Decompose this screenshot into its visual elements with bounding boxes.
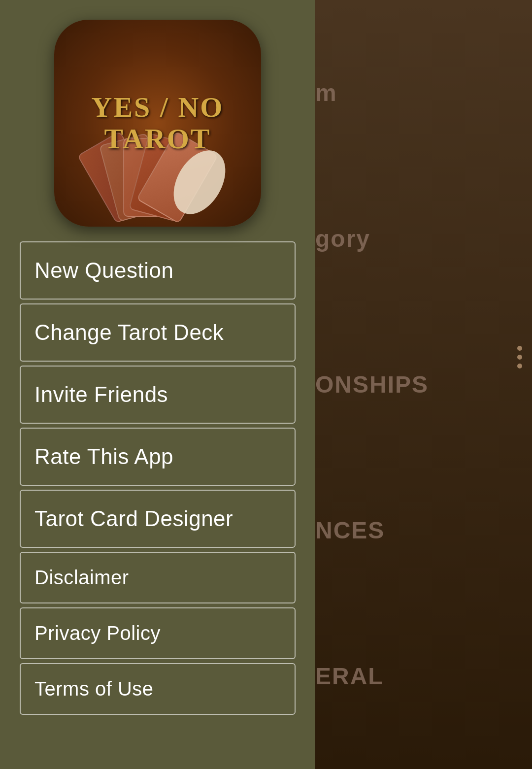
right-panel: m gory ONSHIPS NCES ERAL: [305, 0, 532, 769]
menu-item-privacy-policy[interactable]: Privacy Policy: [20, 607, 296, 659]
menu-item-change-tarot-deck[interactable]: Change Tarot Deck: [20, 303, 296, 362]
dot-3: [517, 364, 522, 368]
right-text-5: ERAL: [315, 663, 522, 690]
menu-item-tarot-card-designer[interactable]: Tarot Card Designer: [20, 490, 296, 548]
logo-container: YES / NOTAROT: [54, 20, 261, 227]
menu-item-terms-of-use[interactable]: Terms of Use: [20, 663, 296, 715]
dot-2: [517, 355, 522, 360]
navigation-drawer: YES / NOTAROT New Question Change Tarot …: [0, 0, 315, 769]
menu-item-rate-this-app[interactable]: Rate This App: [20, 428, 296, 486]
dot-1: [517, 346, 522, 351]
menu-item-new-question[interactable]: New Question: [20, 241, 296, 300]
right-text-2: gory: [315, 225, 522, 252]
right-text-1: m: [315, 79, 522, 106]
dots-menu[interactable]: [517, 346, 522, 368]
right-text-4: NCES: [315, 517, 522, 544]
menu-item-invite-friends[interactable]: Invite Friends: [20, 366, 296, 424]
menu-list: New Question Change Tarot Deck Invite Fr…: [20, 241, 296, 715]
app-title: YES / NOTAROT: [92, 92, 224, 155]
right-text-3: ONSHIPS: [315, 371, 522, 398]
menu-item-disclaimer[interactable]: Disclaimer: [20, 552, 296, 603]
logo-box: YES / NOTAROT: [54, 20, 261, 227]
